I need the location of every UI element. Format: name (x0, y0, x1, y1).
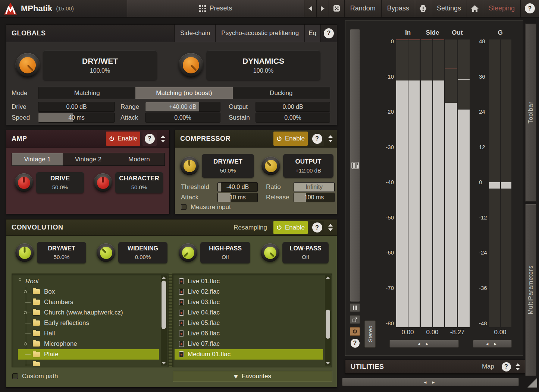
file-item[interactable]: Live 03.flac (175, 297, 323, 307)
globals-help-button[interactable]: ? (320, 25, 337, 42)
eq-button[interactable]: Eq (304, 25, 320, 42)
tree-scrollbar[interactable] (161, 275, 167, 366)
amp-enable-button[interactable]: Enable (106, 132, 140, 146)
output-value[interactable]: 0.00 dB (256, 102, 330, 112)
sleeping-button[interactable]: Sleeping (483, 0, 521, 17)
prefiltering-button[interactable]: Psycho-acoustic prefiltering (215, 25, 304, 42)
amp-drive-display[interactable]: DRIVE 50.0% (36, 172, 84, 193)
conv-lowpass-display[interactable]: LOW-PASS Off (282, 242, 329, 263)
favourites-button[interactable]: ♥ Favourites (173, 371, 332, 382)
compressor-help-button[interactable]: ? (310, 132, 324, 146)
meter-settings-button[interactable] (351, 161, 360, 170)
tree-item[interactable]: Early reflections (18, 318, 159, 328)
home-button[interactable] (467, 0, 483, 17)
mode-ducking[interactable]: Ducking (233, 87, 330, 99)
bypass-button[interactable]: Bypass (382, 0, 415, 17)
convolution-enable-button[interactable]: Enable (273, 221, 308, 234)
conv-lowpass-knob[interactable] (261, 243, 279, 262)
file-item[interactable]: Live 02.flac (175, 287, 323, 297)
amp-character-display[interactable]: CHARACTER 50.0% (115, 172, 163, 193)
meter-popup-button[interactable] (350, 315, 360, 324)
settings-button[interactable]: Settings (431, 0, 467, 17)
tree-item[interactable]: Church (www.hauptwerk.cz) (18, 307, 159, 318)
tree-item-partial[interactable] (18, 360, 159, 366)
dynamics-display[interactable]: DYNAMICS 100.0% (206, 50, 320, 80)
convolution-preset-stepper[interactable] (326, 221, 335, 234)
stereo-mode-button[interactable]: Stereo (364, 320, 376, 348)
tree-item-selected[interactable]: Plate (18, 349, 159, 360)
tree-item[interactable]: Box (18, 287, 159, 297)
file-item[interactable]: Live 06.flac (175, 328, 323, 339)
threshold-value[interactable]: -40.0 dB (217, 182, 258, 192)
expand-node-icon[interactable] (24, 290, 27, 293)
gain-range-slider[interactable]: ◂ ▸ (473, 340, 512, 348)
random-button[interactable]: Random (345, 0, 382, 17)
file-scrollbar[interactable] (325, 275, 331, 366)
scroll-up-icon[interactable] (326, 276, 330, 279)
tree-item[interactable]: Chambers (18, 297, 159, 307)
tab-vintage-2[interactable]: Vintage 2 (63, 153, 113, 165)
speed-value[interactable]: 40 ms (38, 113, 115, 123)
tab-modern[interactable]: Modern (114, 153, 164, 165)
help-button[interactable]: ? (521, 0, 539, 17)
tab-vintage-1[interactable]: Vintage 1 (12, 153, 63, 165)
conv-highpass-display[interactable]: HIGH-PASS Off (200, 242, 250, 263)
meter-pause-button[interactable] (350, 303, 360, 312)
comp-attack-value[interactable]: 10 ms (217, 193, 258, 202)
amp-drive-knob[interactable] (15, 173, 33, 192)
drive-value[interactable]: 0.00 dB (38, 102, 115, 112)
conv-drywet-knob[interactable] (15, 243, 34, 262)
custom-path-checkbox[interactable] (12, 373, 18, 379)
randomize-button[interactable] (329, 0, 345, 17)
compressor-enable-button[interactable]: Enable (273, 132, 308, 146)
meter-range-slider[interactable]: ◂ ▸ (389, 340, 459, 348)
meter-help-button[interactable]: ? (350, 339, 360, 347)
amp-help-button[interactable]: ? (142, 132, 157, 146)
tree-item[interactable]: Hall (18, 328, 159, 339)
file-item[interactable]: Live 04.flac (175, 307, 323, 318)
next-preset-button[interactable] (317, 0, 329, 17)
presets-button[interactable]: Presets (127, 0, 304, 17)
drywet-display[interactable]: DRY/WET 100.0% (43, 50, 157, 80)
sidechain-button[interactable]: Side-chain (174, 25, 215, 42)
tree-root-row[interactable]: Root (18, 276, 159, 287)
tree-item[interactable]: Microphone (18, 339, 159, 349)
range-value[interactable]: +40.00 dB (145, 102, 220, 112)
comp-output-display[interactable]: OUTPUT +12.00 dB (283, 154, 333, 178)
limiter-warning-button[interactable] (415, 0, 431, 17)
scroll-up-icon[interactable] (162, 276, 166, 279)
expand-node-icon[interactable] (24, 311, 27, 314)
utilities-preset-stepper[interactable] (513, 361, 523, 373)
scroll-down-icon[interactable] (326, 362, 330, 364)
list-split-handle[interactable] (168, 274, 173, 367)
dynamics-knob[interactable] (179, 53, 203, 78)
resampling-button[interactable]: Resampling (228, 219, 272, 235)
tab-multiparameters[interactable]: MultiParameters (525, 204, 536, 376)
file-item[interactable]: Live 07.flac (175, 339, 323, 349)
previous-preset-button[interactable] (304, 0, 317, 17)
file-item[interactable]: Live 05.flac (175, 318, 323, 328)
utilities-scrollbar[interactable]: ◂ ▸ (342, 378, 519, 386)
resize-handle[interactable] (527, 378, 537, 388)
meter-power-button[interactable] (350, 327, 360, 336)
attack-value[interactable]: 0.00% (145, 113, 220, 123)
comp-drywet-display[interactable]: DRY/WET 50.0% (202, 154, 254, 178)
conv-widening-display[interactable]: WIDENING 0.00% (118, 242, 167, 263)
mode-matching[interactable]: Matching (38, 87, 135, 99)
utilities-help-button[interactable]: ? (500, 361, 512, 373)
convolution-help-button[interactable]: ? (310, 221, 324, 234)
tab-toolbar[interactable]: Toolbar (525, 23, 536, 202)
scrollbar-thumb[interactable] (326, 310, 330, 339)
release-value[interactable]: 100 ms (294, 193, 335, 202)
compressor-preset-stepper[interactable] (326, 132, 335, 146)
file-item-selected[interactable]: Medium 01.flac (175, 349, 323, 360)
amp-preset-stepper[interactable] (158, 132, 168, 146)
measure-input-checkbox[interactable] (181, 204, 187, 210)
comp-drywet-knob[interactable] (180, 157, 199, 175)
map-button[interactable]: Map (477, 360, 499, 373)
conv-drywet-display[interactable]: DRY/WET 50.0% (37, 242, 86, 263)
scrollbar-thumb[interactable] (162, 281, 166, 329)
mode-matching-no-boost[interactable]: Matching (no boost) (135, 87, 232, 99)
conv-highpass-knob[interactable] (179, 243, 197, 262)
file-item[interactable]: Live 01.flac (175, 276, 323, 287)
